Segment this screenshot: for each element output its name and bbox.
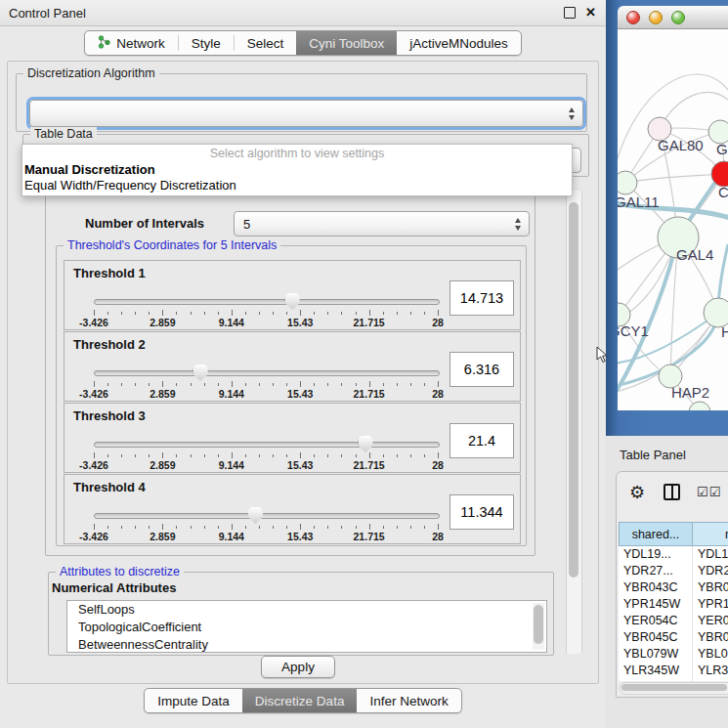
split-view-icon[interactable] — [664, 484, 680, 500]
tab-impute-data[interactable]: Impute Data — [145, 689, 242, 712]
tab-jactivemnodules[interactable]: jActiveMNodules — [397, 31, 521, 55]
tab-infer-network[interactable]: Infer Network — [357, 689, 460, 712]
list-scrollbar[interactable] — [533, 603, 544, 650]
table-cell[interactable]: YLR345W — [619, 663, 693, 679]
tick-label: 15.43 — [287, 459, 313, 471]
interval-definition-group: Interval Definition Number of Intervals … — [45, 189, 535, 556]
table-row[interactable]: YER054CYER0 — [619, 613, 728, 629]
threshold-panel: Threshold 2-3.4262.8599.14415.4321.71528… — [64, 331, 521, 402]
table-cell[interactable]: YDR2 — [693, 563, 728, 579]
table-cell[interactable]: YBR0 — [693, 579, 728, 596]
table-cell[interactable]: YPR145W — [619, 596, 693, 613]
scrollbar-thumb[interactable] — [569, 202, 578, 578]
table-cell[interactable]: YDR27... — [619, 563, 693, 579]
panel-title: Control Panel — [0, 6, 86, 21]
table-cell[interactable]: YIL0 — [693, 679, 728, 681]
network-window-titlebar[interactable] — [618, 6, 728, 29]
algorithm-option[interactable]: Equal Width/Frequency Discretization — [22, 178, 572, 193]
table-cell[interactable]: YLR3 — [693, 663, 728, 679]
threshold-label: Threshold 3 — [73, 408, 146, 423]
checkbox-columns-icon[interactable]: ☑☑ — [697, 485, 721, 499]
node-table[interactable]: shared...n YDL19...YDL1YDR27...YDR2YBR04… — [619, 522, 728, 681]
close-icon[interactable]: ✕ — [585, 8, 596, 18]
attribute-list-item[interactable]: BetweennessCentrality — [67, 636, 546, 653]
table-cell[interactable]: YDL1 — [693, 546, 728, 563]
mac-minimize-icon[interactable] — [649, 11, 663, 24]
vertical-scrollbar[interactable] — [566, 191, 582, 654]
tick-label: 28 — [432, 388, 444, 400]
attributes-list[interactable]: SelfLoopsTopologicalCoefficientBetweenne… — [66, 600, 547, 653]
algorithm-combobox[interactable] — [29, 100, 583, 127]
table-cell[interactable]: YBL079W — [619, 646, 693, 663]
float-window-icon[interactable] — [564, 7, 576, 19]
table-cell[interactable]: YIL052C — [619, 679, 693, 681]
slider-track[interactable] — [94, 299, 440, 305]
tick-label: -3.426 — [79, 531, 108, 542]
threshold-label: Threshold 2 — [73, 337, 146, 352]
tab-label: Style — [192, 36, 221, 51]
combo-arrows-icon — [567, 107, 576, 120]
tab-network[interactable]: Network — [85, 31, 178, 55]
tab-label: Select — [247, 36, 284, 51]
tab-style[interactable]: Style — [179, 31, 234, 55]
threshold-value[interactable]: 6.316 — [450, 352, 514, 387]
slider-tick-labels: -3.4262.8599.14415.4321.71528 — [94, 388, 438, 400]
network-node[interactable] — [618, 171, 637, 194]
table-row[interactable]: YBL079WYBL0 — [619, 646, 728, 663]
table-row[interactable]: YBR045CYBR0 — [619, 629, 728, 646]
tab-cyni-toolbox[interactable]: Cyni Toolbox — [296, 31, 397, 55]
table-cell[interactable]: YBR0 — [693, 629, 728, 646]
tab-label: Impute Data — [157, 694, 230, 708]
column-header[interactable]: shared... — [619, 522, 693, 546]
table-cell[interactable]: YER054C — [619, 613, 693, 629]
table-cell[interactable]: YER0 — [693, 613, 728, 629]
mac-zoom-icon[interactable] — [671, 11, 685, 24]
top-tab-bar: NetworkStyleSelectCyni ToolboxjActiveMNo… — [0, 25, 606, 64]
attribute-list-item[interactable]: SelfLoops — [67, 601, 546, 619]
network-canvas[interactable]: GAL80GACGAL11GAL4GCY1HHAP2 — [618, 29, 728, 410]
table-row[interactable]: YPR145WYPR1 — [619, 596, 728, 613]
table-row[interactable]: YDL19...YDL1 — [619, 546, 728, 563]
slider-track[interactable] — [94, 442, 440, 448]
table-row[interactable]: YIL052CYIL0 — [619, 679, 728, 681]
num-intervals-combobox[interactable]: 5 — [234, 211, 530, 236]
algorithm-option[interactable]: Manual Discretization — [22, 162, 572, 178]
gear-icon[interactable]: ⚙ — [629, 482, 645, 503]
threshold-value[interactable]: 14.713 — [450, 280, 514, 316]
slider-thumb[interactable] — [359, 436, 373, 452]
algorithm-group: Discretization Algorithm — [16, 73, 587, 132]
apply-button[interactable]: Apply — [261, 656, 335, 678]
slider-thumb[interactable] — [285, 293, 300, 310]
threshold-value[interactable]: 11.344 — [450, 494, 514, 530]
horizontal-scrollbar[interactable] — [620, 682, 728, 695]
tab-discretize-data[interactable]: Discretize Data — [242, 689, 358, 712]
tab-label: jActiveMNodules — [409, 36, 508, 51]
slider-tick-labels: -3.4262.8599.14415.4321.71528 — [94, 459, 438, 471]
table-cell[interactable]: YPR1 — [693, 596, 728, 613]
column-header[interactable]: n — [693, 522, 728, 546]
network-node-label: H — [721, 323, 728, 340]
scrollbar-thumb[interactable] — [621, 684, 727, 691]
slider-track[interactable] — [94, 370, 440, 376]
network-node-label: C — [718, 184, 728, 200]
table-cell[interactable]: YDL19... — [619, 546, 693, 563]
table-row[interactable]: YDR27...YDR2 — [619, 563, 728, 579]
threshold-value[interactable]: 21.4 — [450, 423, 514, 458]
tab-select[interactable]: Select — [235, 31, 297, 55]
attribute-list-item[interactable]: TopologicalCoefficient — [67, 619, 546, 636]
table-row[interactable]: YLR345WYLR3 — [619, 663, 728, 679]
scrollbar-thumb[interactable] — [534, 605, 543, 644]
table-cell[interactable]: YBR045C — [619, 629, 693, 646]
tick-label: -3.426 — [79, 459, 108, 471]
mac-close-icon[interactable] — [626, 11, 640, 24]
table-cell[interactable]: YBL0 — [693, 646, 728, 663]
table-row[interactable]: YBR043CYBR0 — [619, 579, 728, 596]
network-window[interactable]: GAL80GACGAL11GAL4GCY1HHAP2 — [606, 0, 728, 436]
slider-thumb[interactable] — [248, 507, 263, 524]
slider-track[interactable] — [94, 513, 440, 519]
slider-thumb[interactable] — [193, 364, 208, 381]
table-cell[interactable]: YBR043C — [619, 579, 693, 596]
tick-label: 15.43 — [287, 317, 313, 328]
tick-label: 28 — [432, 317, 444, 328]
network-node-label: GAL80 — [658, 137, 704, 153]
